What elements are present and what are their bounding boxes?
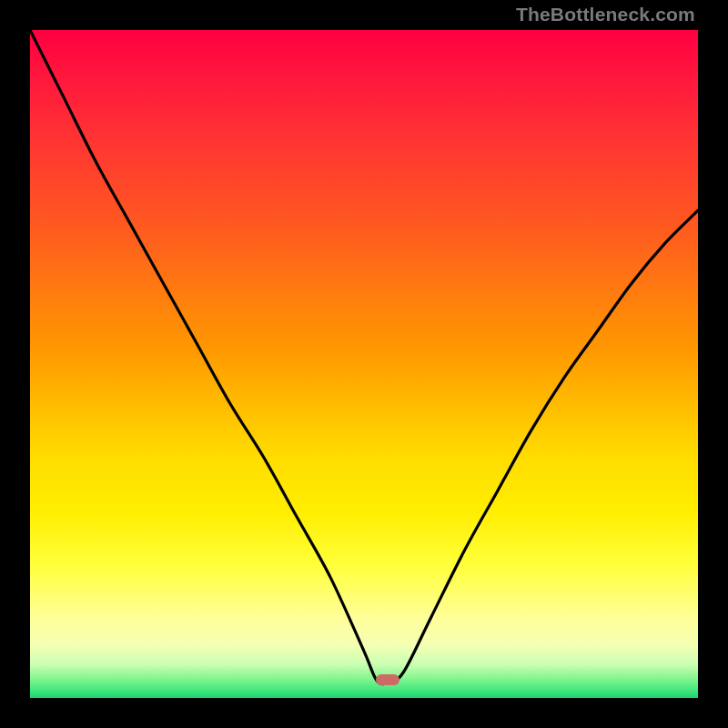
plot-area (30, 30, 698, 698)
optimum-marker (376, 674, 399, 685)
watermark-text: TheBottleneck.com (516, 4, 695, 25)
bottleneck-curve (30, 30, 698, 698)
chart-frame: TheBottleneck.com (0, 0, 728, 728)
